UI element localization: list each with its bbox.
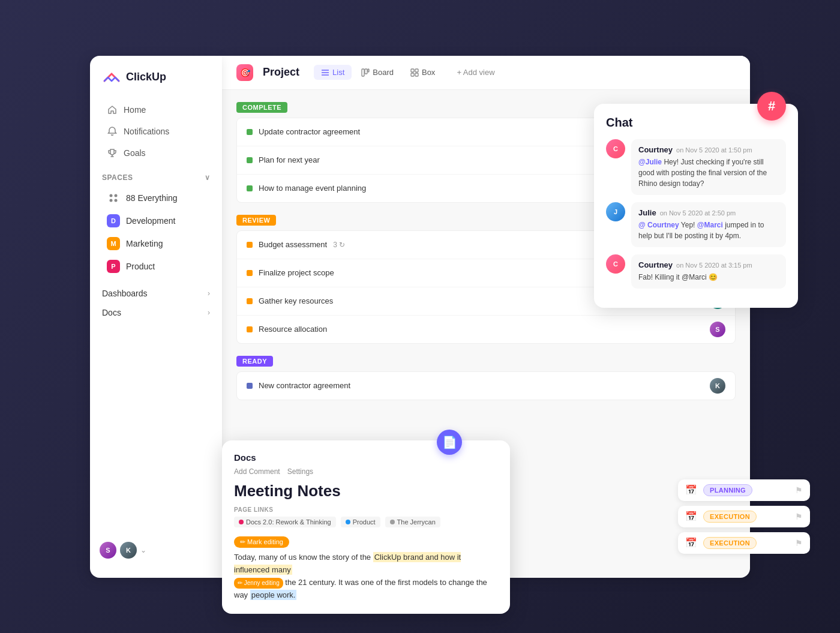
sidebar-item-product[interactable]: P Product <box>95 256 217 277</box>
calendar-icon-1: 📅 <box>685 484 697 496</box>
sidebar: ClickUp Home Notifications <box>90 56 222 578</box>
sidebar-item-everything[interactable]: 88 Everything <box>95 187 217 209</box>
complete-badge: COMPLETE <box>236 102 287 113</box>
chat-bubble-1: Courtney on Nov 5 2020 at 1:50 pm @Julie… <box>631 139 786 195</box>
task-name: Resource allocation <box>259 325 327 334</box>
flag-icon-2: ⚑ <box>795 512 803 521</box>
goals-label: Goals <box>124 148 146 158</box>
task-name: Gather key resources <box>259 296 333 305</box>
chat-message-2: J Julie on Nov 5 2020 at 2:50 pm @ Court… <box>606 202 786 247</box>
project-icon: 🎯 <box>236 64 253 81</box>
tab-list-label: List <box>332 68 344 77</box>
docs-highlight-people: people work. <box>250 590 297 600</box>
docs-panel: 📄 Docs Add Comment Settings Meeting Note… <box>222 440 510 613</box>
page-link-jerrycan[interactable]: The Jerrycan <box>385 517 440 527</box>
page-link-docs-label: Docs 2.0: Rework & Thinking <box>246 518 331 526</box>
board-icon <box>361 68 370 77</box>
task-name: Budget assessment <box>259 240 327 249</box>
svg-rect-8 <box>365 69 367 74</box>
page-link-product[interactable]: Product <box>341 517 380 527</box>
docs-panel-title: Docs <box>234 452 498 463</box>
sidebar-item-dashboards[interactable]: Dashboards › <box>102 284 210 303</box>
mention-courtney: @ Courtney <box>638 221 679 229</box>
chat-avatar-courtney-2: C <box>606 254 625 274</box>
project-title: Project <box>263 66 299 79</box>
add-view-label: + Add view <box>457 68 494 77</box>
user-avatar-1: S <box>100 542 116 559</box>
jenny-editing-badge: ✏ Jenny editing <box>234 578 283 589</box>
everything-icon <box>107 191 120 205</box>
chat-avatar-courtney-1: C <box>606 139 625 158</box>
task-avatar: S <box>710 322 725 337</box>
tab-board[interactable]: Board <box>354 65 401 80</box>
tab-box[interactable]: Box <box>403 65 442 80</box>
home-label: Home <box>124 105 146 115</box>
dashboards-chevron: › <box>208 289 210 298</box>
sidebar-user-area[interactable]: S K ⌄ <box>90 535 222 566</box>
sidebar-item-notifications[interactable]: Notifications <box>95 121 217 142</box>
chat-time-3: on Nov 5 2020 at 3:15 pm <box>676 262 752 269</box>
chat-bubble-2: Julie on Nov 5 2020 at 2:50 pm @ Courtne… <box>631 202 786 247</box>
status-pill-execution-2: EXECUTION <box>703 537 757 549</box>
svg-rect-7 <box>362 69 364 76</box>
sidebar-item-marketing[interactable]: M Marketing <box>95 233 217 254</box>
development-label: Development <box>126 216 176 226</box>
chat-panel: # Chat C Courtney on Nov 5 2020 at 1:50 … <box>594 104 798 308</box>
add-view-button[interactable]: + Add view <box>452 65 499 80</box>
mention-marci: @Marci <box>697 221 723 229</box>
chat-time-1: on Nov 5 2020 at 1:50 pm <box>676 146 752 154</box>
mark-editing-badge: ✏ Mark editing <box>234 536 289 548</box>
svg-point-3 <box>115 199 118 202</box>
chat-body-2a: Yep! <box>681 221 697 229</box>
chat-text-2: @ Courtney Yep! @Marci jumped in to help… <box>638 220 779 241</box>
task-name: How to manage event planning <box>259 184 366 193</box>
everything-label: 88 Everything <box>126 193 178 203</box>
add-comment-button[interactable]: Add Comment <box>234 467 280 476</box>
view-tabs: List Board <box>314 65 442 80</box>
docs-toolbar: Add Comment Settings <box>234 467 498 476</box>
chat-time-2: on Nov 5 2020 at 2:50 pm <box>660 209 736 217</box>
table-row[interactable]: New contractor agreement K <box>237 372 735 400</box>
task-indicator <box>247 157 253 163</box>
docs-body: Today, many of us know the story of the … <box>234 551 498 601</box>
home-icon <box>107 104 118 115</box>
svg-point-0 <box>110 194 113 197</box>
task-indicator <box>247 129 253 135</box>
chat-hash-icon: # <box>757 92 786 121</box>
spaces-chevron[interactable]: ∨ <box>205 173 211 182</box>
task-avatar: K <box>710 378 725 394</box>
marketing-label: Marketing <box>126 239 163 248</box>
settings-button[interactable]: Settings <box>287 467 313 476</box>
sidebar-item-goals[interactable]: Goals <box>95 143 217 163</box>
chat-text-1: @Julie Hey! Just checking if you're stil… <box>638 157 779 189</box>
table-row[interactable]: Resource allocation S <box>237 316 735 343</box>
calendar-icon-3: 📅 <box>685 537 697 548</box>
spaces-section-header: Spaces ∨ <box>90 164 222 187</box>
svg-rect-9 <box>368 69 369 72</box>
list-icon <box>321 68 329 77</box>
flag-icon-3: ⚑ <box>795 538 803 548</box>
mark-editing-label: ✏ Mark editing <box>240 538 283 546</box>
tab-box-label: Box <box>422 68 435 77</box>
user-chevron: ⌄ <box>140 546 146 554</box>
tab-board-label: Board <box>373 68 394 77</box>
sidebar-item-home[interactable]: Home <box>95 100 217 120</box>
app-name: ClickUp <box>126 71 166 83</box>
chat-username-3: Courtney <box>638 260 673 269</box>
sidebar-item-docs[interactable]: Docs › <box>102 303 210 322</box>
page-links-label: PAGE LINKS <box>234 506 498 513</box>
chat-bubble-3: Courtney on Nov 5 2020 at 3:15 pm Fab! K… <box>631 254 786 289</box>
development-icon: D <box>107 214 120 227</box>
svg-rect-10 <box>411 69 414 72</box>
task-indicator <box>247 298 253 304</box>
svg-rect-11 <box>415 69 418 72</box>
box-icon <box>410 68 419 77</box>
chat-title: Chat <box>606 116 786 130</box>
tab-list[interactable]: List <box>314 65 352 80</box>
sidebar-item-development[interactable]: D Development <box>95 210 217 232</box>
chat-message-3: C Courtney on Nov 5 2020 at 3:15 pm Fab!… <box>606 254 786 289</box>
doc-title: Meeting Notes <box>234 482 498 500</box>
page-link-docs[interactable]: Docs 2.0: Rework & Thinking <box>234 517 336 527</box>
flag-icon-1: ⚑ <box>795 485 803 495</box>
dashboards-label: Dashboards <box>102 289 148 298</box>
